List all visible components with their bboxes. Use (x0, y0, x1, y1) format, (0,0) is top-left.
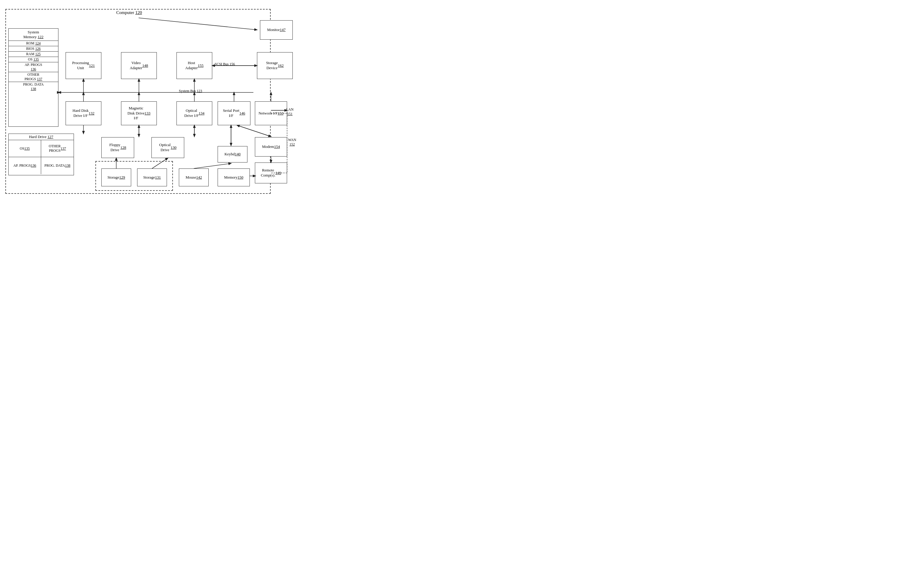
modem-box: Modem154 (255, 137, 287, 156)
video-adapter-box: VideoAdapter 148 (121, 52, 157, 79)
keybd-box: Keybd140 (217, 146, 247, 162)
storage-device-box: StorageDevice 162 (257, 52, 293, 79)
scsi-bus-label: SCSI Bus 156 (214, 62, 235, 66)
optical-drive-box: OpticalDrive 130 (152, 137, 184, 158)
computer-label: Computer 120 (116, 10, 142, 15)
lan-label: LAN151 (286, 107, 294, 116)
diagram: Computer 120 Monitor147 SystemMemory 122… (0, 0, 298, 197)
peripherals-boundary (95, 161, 173, 191)
mouse-box: Mouse142 (179, 168, 209, 186)
system-memory-box: SystemMemory 122 ROM 124 BIOS 126 RAM 12… (8, 28, 58, 127)
processing-unit-box: ProcessingUnit 121 (66, 52, 101, 79)
host-adapter-box: HostAdapter 155 (176, 52, 212, 79)
optical-drive-if-box: OpticalDrive I/F134 (176, 101, 212, 125)
mag-disk-if-box: MagneticDisk DriveI/F 133 (121, 101, 157, 125)
serial-port-if-box: Serial PortI/F 146 (217, 101, 250, 125)
monitor-box: Monitor147 (260, 20, 293, 40)
wan-label: WAN 152 (286, 138, 298, 147)
floppy-drive-box: FloppyDrive 128 (101, 137, 134, 158)
memory-box: Memory150 (217, 168, 250, 186)
remote-comp-box: RemoteComp(s).149 (255, 162, 287, 184)
network-if-box: Network I/F153 (255, 101, 287, 125)
hdd-if-box: Hard DiskDrive I/F132 (66, 101, 101, 125)
hard-drive-box: Hard Drive 127 OS 135 OTHERPROGS 137 AP.… (8, 133, 74, 175)
system-bus-label: System Bus 123 (179, 89, 202, 93)
